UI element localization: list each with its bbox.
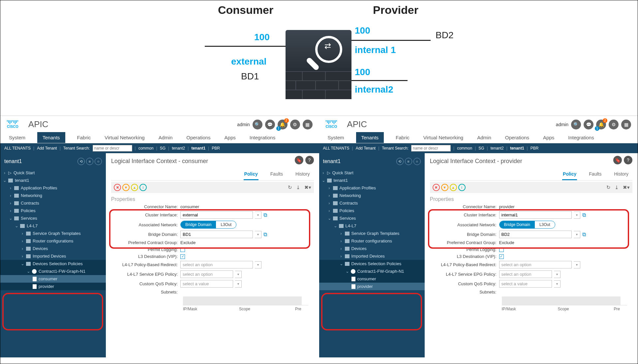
tree-action1-icon[interactable]: ⟲ xyxy=(77,158,85,165)
chevron-down-icon[interactable]: ▾ xyxy=(574,261,580,268)
pbr-select[interactable] xyxy=(180,261,253,268)
open-external-icon[interactable]: ⧉ xyxy=(263,212,267,218)
qos-select[interactable] xyxy=(180,280,233,288)
tree-devices-selection-policies[interactable]: ⌄ Devices Selection Policies xyxy=(0,260,106,267)
tenant-link-tenant1[interactable]: tenant1 xyxy=(510,146,524,151)
l3-dest-checkbox[interactable]: ✓ xyxy=(499,254,504,259)
bookmark-icon[interactable]: 🔖 xyxy=(295,156,303,164)
tree-contracts[interactable]: › Contracts xyxy=(319,199,425,207)
tree-action3-icon[interactable]: ○ xyxy=(413,158,421,165)
epg-policy-select[interactable] xyxy=(499,270,552,278)
open-external-icon[interactable]: ⧉ xyxy=(263,232,267,238)
tenant-link-common[interactable]: common xyxy=(138,146,154,151)
tree-devices-selection-policies[interactable]: ⌄ Devices Selection Policies xyxy=(319,260,425,267)
refresh-icon[interactable]: ↻ xyxy=(288,184,292,190)
tree-router-configurations[interactable]: › Router configurations xyxy=(0,237,106,245)
apps-icon[interactable]: ▦ xyxy=(303,120,313,129)
toggle-bridge-domain[interactable]: Bridge Domain xyxy=(181,221,216,228)
tree-consumer[interactable]: consumer xyxy=(0,275,106,283)
toggle-bridge-domain[interactable]: Bridge Domain xyxy=(500,221,535,228)
top-tab-operations[interactable]: Operations xyxy=(503,132,531,143)
help-icon[interactable]: ? xyxy=(305,156,314,164)
all-tenants-link[interactable]: ALL TENANTS xyxy=(323,146,349,151)
settings-icon[interactable]: ⚙ xyxy=(290,120,300,129)
top-tab-operations[interactable]: Operations xyxy=(184,132,212,143)
top-tab-integrations[interactable]: Integrations xyxy=(248,132,277,143)
fault-critical-icon[interactable]: ✖ xyxy=(114,184,121,191)
open-external-icon[interactable]: ⧉ xyxy=(582,212,586,218)
tree-policies[interactable]: › Policies xyxy=(0,207,106,214)
tenant-link-tenant1[interactable]: tenant1 xyxy=(191,146,205,151)
all-tenants-link[interactable]: ALL TENANTS xyxy=(4,146,31,151)
tree-tenant-root[interactable]: ⌄ tenant1 xyxy=(319,177,425,184)
cluster-iface-select[interactable] xyxy=(180,211,253,219)
download-icon[interactable]: ⤓ xyxy=(615,184,619,190)
tree-l4l7[interactable]: ⌄ L4-L7 xyxy=(319,222,425,230)
permit-logging-checkbox[interactable] xyxy=(180,247,185,252)
tree-action3-icon[interactable]: ○ xyxy=(95,158,102,165)
tree-contract-node[interactable]: ⌄ Contract1-FW-Graph-N1 xyxy=(319,267,425,275)
tree-action1-icon[interactable]: ⟲ xyxy=(396,158,404,165)
search-icon[interactable]: 🔍 xyxy=(253,120,262,129)
top-tab-fabric[interactable]: Fabric xyxy=(394,132,411,143)
top-tab-apps[interactable]: Apps xyxy=(223,132,238,143)
detail-tab-faults[interactable]: Faults xyxy=(588,169,602,180)
bell-icon[interactable]: 🔔 2 1 xyxy=(278,120,288,129)
qos-select[interactable] xyxy=(499,280,552,288)
tenant-link-SG[interactable]: SG xyxy=(478,146,484,151)
detail-tab-history[interactable]: History xyxy=(613,169,629,180)
tree-provider[interactable]: provider xyxy=(0,283,106,290)
search-icon[interactable]: 🔍 xyxy=(571,120,581,129)
tree-imported-devices[interactable]: › Imported Devices xyxy=(319,252,425,260)
feedback-icon[interactable]: 💬 xyxy=(265,120,275,129)
refresh-icon[interactable]: ↻ xyxy=(606,184,611,190)
tree-action2-icon[interactable]: ≡ xyxy=(86,158,93,165)
tree-tenant-root[interactable]: ⌄ tenant1 xyxy=(0,177,106,184)
tenant-link-PBR[interactable]: PBR xyxy=(212,146,220,151)
download-icon[interactable]: ⤓ xyxy=(296,184,300,190)
open-external-icon[interactable]: ⧉ xyxy=(582,232,586,238)
chevron-down-icon[interactable]: ▾ xyxy=(554,271,561,278)
detail-tab-faults[interactable]: Faults xyxy=(270,169,284,180)
help-icon[interactable]: ? xyxy=(624,156,632,164)
tenant-link-PBR[interactable]: PBR xyxy=(531,146,539,151)
tree-policies[interactable]: › Policies xyxy=(319,207,425,214)
tree-devices[interactable]: › Devices xyxy=(319,245,425,252)
apps-icon[interactable]: ▦ xyxy=(621,120,631,129)
top-tab-admin[interactable]: Admin xyxy=(157,132,175,143)
detail-tab-policy[interactable]: Policy xyxy=(244,169,258,180)
tree-services[interactable]: ⌄ Services xyxy=(319,214,425,222)
tree-networking[interactable]: › Networking xyxy=(0,192,106,199)
tree-provider[interactable]: provider xyxy=(319,283,425,290)
tree-application-profiles[interactable]: › Application Profiles xyxy=(0,184,106,192)
tenant-link-common[interactable]: common xyxy=(457,146,472,151)
tenant-search-input[interactable] xyxy=(411,145,451,152)
bookmark-icon[interactable]: 🔖 xyxy=(613,156,622,164)
top-tab-tenants[interactable]: Tenants xyxy=(356,132,384,143)
add-tenant-link[interactable]: Add Tenant xyxy=(356,146,376,151)
tree-application-profiles[interactable]: › Application Profiles xyxy=(319,184,425,192)
tenant-search-input[interactable] xyxy=(93,145,132,152)
tree-l4l7[interactable]: ⌄ L4-L7 xyxy=(0,222,106,230)
chevron-down-icon[interactable]: ▾ xyxy=(255,231,261,238)
chevron-down-icon[interactable]: ▾ xyxy=(554,280,561,288)
top-tab-admin[interactable]: Admin xyxy=(475,132,493,143)
chevron-down-icon[interactable]: ▾ xyxy=(235,271,242,278)
top-tab-tenants[interactable]: Tenants xyxy=(37,132,65,143)
fault-warning-icon[interactable]: i xyxy=(458,184,466,191)
tenant-link-SG[interactable]: SG xyxy=(160,146,166,151)
top-tab-fabric[interactable]: Fabric xyxy=(75,132,93,143)
tree-networking[interactable]: › Networking xyxy=(319,192,425,199)
tree-router-configurations[interactable]: › Router configurations xyxy=(319,237,425,245)
tree-contract-node[interactable]: ⌄ Contract1-FW-Graph-N1 xyxy=(0,267,106,275)
tree-consumer[interactable]: consumer xyxy=(319,275,425,283)
toggle-l3out[interactable]: L3Out xyxy=(216,221,236,228)
tenant-link-tenant2[interactable]: tenant2 xyxy=(491,146,504,151)
assoc-net-toggle[interactable]: Bridge Domain L3Out xyxy=(180,221,236,229)
chevron-down-icon[interactable]: ▾ xyxy=(235,280,242,288)
settings-icon[interactable]: ⚙ xyxy=(609,120,619,129)
fault-minor-icon[interactable]: ▲ xyxy=(131,184,138,191)
bell-icon[interactable]: 🔔 2 1 xyxy=(596,120,606,129)
chevron-down-icon[interactable]: ▾ xyxy=(255,261,261,268)
chevron-down-icon[interactable]: ▾ xyxy=(574,211,580,219)
